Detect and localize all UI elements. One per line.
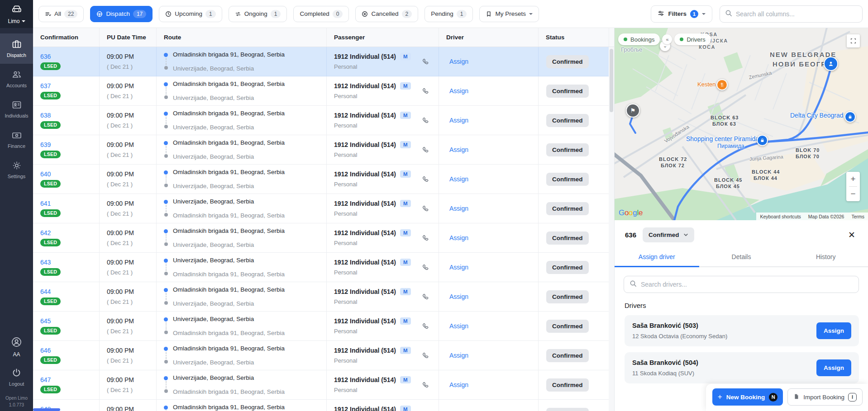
vertical-scrollbar[interactable] bbox=[609, 47, 614, 411]
drivers-layer-chip[interactable]: Drivers bbox=[674, 33, 711, 45]
confirmation-link[interactable]: 642 bbox=[40, 229, 51, 236]
panel-tab-assign-driver[interactable]: Assign driver bbox=[615, 248, 699, 266]
table-row-641[interactable]: 641 LSED 09:00 PM ( Dec 21 ) bbox=[33, 194, 614, 223]
assign-driver-link[interactable]: Assign bbox=[449, 381, 468, 388]
restaurant-marker[interactable] bbox=[716, 79, 728, 90]
sidebar-item-dispatch[interactable]: Dispatch bbox=[0, 33, 33, 64]
zoom-in-button[interactable]: + bbox=[846, 172, 860, 186]
tab-dispatch[interactable]: Dispatch 17 bbox=[90, 6, 153, 22]
logout-button[interactable]: Logout bbox=[9, 361, 24, 391]
tab-my-presets[interactable]: My Presets bbox=[479, 6, 539, 22]
phone-icon[interactable] bbox=[420, 321, 431, 332]
confirmation-link[interactable]: 636 bbox=[40, 53, 51, 60]
tab-cancelled[interactable]: Cancelled 2 bbox=[355, 6, 418, 22]
map-attribution-item[interactable]: Map Data ©2026 bbox=[805, 214, 848, 219]
map[interactable]: ГробљеKOSAБЕЖАНИЈСКАКОСАNEW BELGRADEНОВИ… bbox=[615, 28, 868, 220]
column-header-route[interactable]: Route bbox=[157, 28, 327, 47]
column-header-confirmation[interactable]: Confirmation bbox=[33, 28, 100, 47]
table-row-639[interactable]: 639 LSED 09:00 PM ( Dec 21 ) bbox=[33, 135, 614, 165]
import-booking-button[interactable]: Import Booking I bbox=[787, 388, 863, 406]
confirmation-link[interactable]: 647 bbox=[40, 376, 51, 383]
table-row-636[interactable]: 636 LSED 09:00 PM ( Dec 21 ) bbox=[33, 47, 614, 76]
phone-icon[interactable] bbox=[420, 56, 431, 67]
map-attribution-item[interactable]: Keyboard shortcuts bbox=[756, 214, 804, 219]
assign-driver-link[interactable]: Assign bbox=[449, 58, 468, 65]
zoom-out-button[interactable]: − bbox=[846, 187, 860, 201]
assign-driver-button[interactable]: Assign bbox=[816, 322, 851, 339]
phone-icon[interactable] bbox=[420, 85, 431, 97]
phone-icon[interactable] bbox=[420, 262, 431, 273]
driver-search-input[interactable] bbox=[641, 281, 853, 288]
map-attribution-item[interactable]: Terms bbox=[848, 214, 868, 219]
new-booking-button[interactable]: + New Booking N bbox=[712, 388, 783, 406]
panel-tab-details[interactable]: Details bbox=[699, 248, 784, 266]
tab-ongoing[interactable]: Ongoing 1 bbox=[229, 6, 287, 22]
assign-driver-link[interactable]: Assign bbox=[449, 175, 468, 183]
table-row-638[interactable]: 638 LSED 09:00 PM ( Dec 21 ) bbox=[33, 106, 614, 135]
sidebar-item-individuals[interactable]: Individuals bbox=[0, 94, 33, 124]
tab-all[interactable]: All 22 bbox=[38, 6, 84, 22]
column-header-status[interactable]: Status bbox=[539, 28, 609, 47]
confirmation-link[interactable]: 646 bbox=[40, 347, 51, 354]
collapse-chips-button[interactable]: « bbox=[662, 34, 672, 44]
assign-driver-link[interactable]: Assign bbox=[449, 117, 468, 124]
sidebar-item-accounts[interactable]: Accounts bbox=[0, 64, 33, 94]
map-fullscreen-button[interactable] bbox=[847, 34, 860, 47]
bookings-layer-chip[interactable]: Bookings bbox=[618, 33, 660, 45]
confirmation-link[interactable]: 639 bbox=[40, 141, 51, 148]
driver-location-marker[interactable] bbox=[824, 57, 838, 71]
phone-icon[interactable] bbox=[420, 291, 431, 302]
destination-flag-marker[interactable]: ⚑ bbox=[626, 104, 640, 118]
table-row-645[interactable]: 645 LSED 09:00 PM ( Dec 21 ) bbox=[33, 312, 614, 341]
sidebar-item-finance[interactable]: Finance bbox=[0, 124, 33, 155]
phone-icon[interactable] bbox=[420, 379, 431, 391]
assign-driver-link[interactable]: Assign bbox=[449, 146, 468, 153]
assign-driver-link[interactable]: Assign bbox=[449, 87, 468, 94]
phone-icon[interactable] bbox=[420, 232, 431, 244]
panel-tab-history[interactable]: History bbox=[783, 248, 868, 266]
assign-driver-button[interactable]: Assign bbox=[816, 359, 851, 376]
assign-driver-link[interactable]: Assign bbox=[449, 352, 468, 359]
confirmation-link[interactable]: 638 bbox=[40, 112, 51, 119]
column-header-driver[interactable]: Driver bbox=[439, 28, 539, 47]
phone-icon[interactable] bbox=[420, 144, 431, 156]
confirmation-link[interactable]: 643 bbox=[40, 259, 51, 266]
table-row-644[interactable]: 644 LSED 09:00 PM ( Dec 21 ) bbox=[33, 282, 614, 312]
table-row-642[interactable]: 642 LSED 09:00 PM ( Dec 21 ) bbox=[33, 223, 614, 253]
table-row-640[interactable]: 640 LSED 09:00 PM ( Dec 21 ) bbox=[33, 165, 614, 194]
search-input[interactable] bbox=[736, 10, 857, 18]
sidebar-item-settings[interactable]: Settings bbox=[0, 155, 33, 185]
assign-driver-link[interactable]: Assign bbox=[449, 205, 468, 212]
horizontal-scrollbar-thumb[interactable] bbox=[33, 408, 60, 411]
tab-completed[interactable]: Completed 0 bbox=[293, 6, 349, 22]
table-row-647[interactable]: 647 LSED 09:00 PM ( Dec 21 ) bbox=[33, 370, 614, 400]
tab-upcoming[interactable]: Upcoming 1 bbox=[159, 6, 222, 22]
confirmation-link[interactable]: 637 bbox=[40, 82, 51, 90]
assign-driver-link[interactable]: Assign bbox=[449, 322, 468, 330]
assign-driver-link[interactable]: Assign bbox=[449, 234, 468, 241]
column-header-passenger[interactable]: Passenger bbox=[327, 28, 439, 47]
confirmation-link[interactable]: 645 bbox=[40, 317, 51, 325]
app-logo[interactable]: Limo bbox=[0, 0, 33, 28]
confirmation-link[interactable]: 644 bbox=[40, 288, 51, 295]
column-header-pu-date-time[interactable]: PU Date Time bbox=[100, 28, 157, 47]
phone-icon[interactable] bbox=[420, 115, 431, 126]
booking-status-dropdown[interactable]: Confirmed bbox=[643, 227, 694, 242]
vertical-scrollbar-thumb[interactable] bbox=[610, 49, 613, 112]
assign-driver-link[interactable]: Assign bbox=[449, 264, 468, 271]
tab-pending[interactable]: Pending 1 bbox=[424, 6, 473, 22]
shopping-mall-marker[interactable] bbox=[757, 135, 768, 146]
confirmation-link[interactable]: 641 bbox=[40, 200, 51, 207]
user-avatar[interactable]: AA bbox=[11, 333, 22, 361]
phone-icon[interactable] bbox=[420, 409, 431, 411]
close-panel-button[interactable]: ✕ bbox=[844, 229, 859, 241]
phone-icon[interactable] bbox=[420, 203, 431, 214]
assign-driver-link[interactable]: Assign bbox=[449, 293, 468, 300]
filters-button[interactable]: Filters 1 bbox=[651, 5, 712, 23]
table-row-637[interactable]: 637 LSED 09:00 PM ( Dec 21 ) bbox=[33, 76, 614, 106]
phone-icon[interactable] bbox=[420, 350, 431, 361]
table-row-643[interactable]: 643 LSED 09:00 PM ( Dec 21 ) bbox=[33, 253, 614, 282]
shopping-mall-marker[interactable] bbox=[844, 111, 856, 123]
confirmation-link[interactable]: 640 bbox=[40, 170, 51, 178]
phone-icon[interactable] bbox=[420, 174, 431, 185]
